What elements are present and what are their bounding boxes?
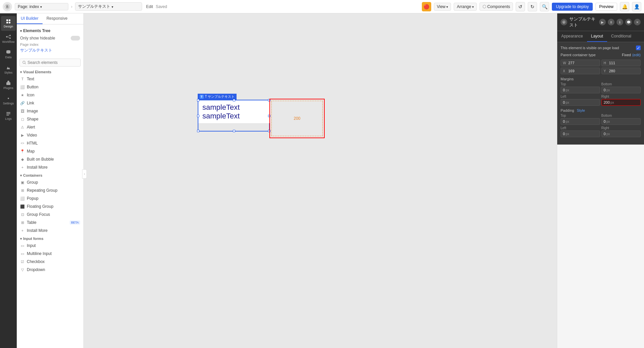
left-margin-input[interactable]: 0 px [561,99,600,106]
visual-elements-header[interactable]: Visual Elements [17,68,83,75]
tab-layout[interactable]: Layout [587,31,607,42]
workflow-label: Workflow [2,40,15,44]
sidebar-item-settings[interactable]: Settings [1,93,16,108]
element-floating-group[interactable]: ⬛ Floating Group [17,202,83,210]
link-icon: 🔗 [20,101,25,105]
y-label: Y [604,69,608,73]
padding-right-label: Right [601,126,641,130]
sidebar-item-data[interactable]: Data [1,47,16,62]
resize-bc[interactable] [233,130,235,132]
bubble-icon-btn[interactable]: 🔴 [422,2,431,11]
element-map[interactable]: 📍 Map [17,147,83,155]
resize-tc[interactable] [233,99,235,101]
element-text[interactable]: T Text [17,75,83,83]
sidebar-item-design[interactable]: Design [1,16,16,31]
element-icon[interactable]: ★ Icon [17,91,83,99]
close-icon-btn[interactable]: ✕ [634,19,641,25]
sidebar-item-plugins[interactable]: Plugins [1,78,16,92]
tab-conditional[interactable]: Conditional [607,31,635,42]
element-link[interactable]: 🔗 Link [17,99,83,107]
margins-section: Margins Top 0 px Bottom 0 px [561,77,641,106]
view-btn[interactable]: View [434,3,451,11]
input-icon: ▭ [20,243,25,248]
element-built-on-bubble[interactable]: ◆ Built on Bubble [17,155,83,163]
padding-top-input[interactable]: 0 px [561,118,600,125]
redo-btn[interactable]: ↻ [528,2,537,11]
panel-collapse-btn[interactable]: ‹ [82,169,87,179]
tab-appearance[interactable]: Appearance [557,31,587,42]
only-show-toggle[interactable] [71,36,80,40]
element-button[interactable]: ⬜ Button [17,83,83,91]
element-input[interactable]: ▭ Input [17,242,83,250]
chat-icon-btn[interactable]: 💬 [625,19,632,25]
search-input[interactable] [27,60,78,65]
y-field[interactable]: Y 280 [601,68,641,74]
svg-text:B: B [6,5,8,9]
resize-bl[interactable] [197,130,199,132]
element-shape[interactable]: ◻ Shape [17,115,83,123]
prop-panel: i サンプルテキスト ▶ ⏸ ℹ 💬 ✕ Appearance Layout C… [557,13,644,145]
user-avatar[interactable]: 👤 [632,2,641,11]
selected-text-element[interactable]: T T サンプルテキスト sampleText sampleText [198,100,270,132]
bottom-margin-input[interactable]: 0 px [601,87,641,93]
upgrade-btn[interactable]: Upgrade to deploy [552,3,593,11]
x-field[interactable]: X 169 [561,68,600,74]
components-btn[interactable]: ⬡ Components [479,2,513,11]
padding-left-input[interactable]: 0 px [561,130,600,137]
element-alert[interactable]: ⚠ Alert [17,123,83,131]
preview-btn[interactable]: Preview [595,3,617,11]
top-margin-input[interactable]: 0 px [561,87,600,93]
width-field[interactable]: W 277 [561,60,600,66]
notifications-btn[interactable]: 🔔 [620,2,629,11]
element-image[interactable]: 🖼 Image [17,107,83,115]
element-video[interactable]: ▶ Video [17,131,83,139]
element-html[interactable]: <> HTML [17,139,83,147]
text-icon: T [20,77,25,81]
resize-ml[interactable] [197,115,199,117]
element-table[interactable]: ⊞ Table BETA [17,219,83,227]
element-multiline-input[interactable]: ▭ Multiline Input [17,250,83,258]
tab-responsive[interactable]: Responsive [43,13,72,24]
element-selector[interactable]: サンプルテキスト [75,2,142,11]
element-popup[interactable]: ⬜ Popup [17,194,83,202]
elements-tree-header[interactable]: Elements Tree [17,27,83,34]
page-name[interactable]: サンプルテキスト [17,47,83,55]
pause-icon-btn[interactable]: ⏸ [608,19,615,25]
only-show-row: Only show hideable [17,34,83,42]
play-icon-btn[interactable]: ▶ [599,19,606,25]
search-box[interactable] [19,59,81,67]
right-label: Right [601,95,641,98]
sidebar-item-logs[interactable]: Logs [1,108,16,123]
arrange-btn[interactable]: Arrange [454,3,477,11]
multiline-input-icon: ▭ [20,251,25,256]
input-forms-header[interactable]: Input forms [17,235,83,242]
table-beta-badge: BETA [70,221,80,225]
canvas[interactable]: T T サンプルテキスト sampleText sampleText 200 [84,13,557,348]
element-group[interactable]: ▣ Group [17,178,83,186]
element-dropdown[interactable]: ▽ Dropdown [17,266,83,274]
undo-btn[interactable]: ↺ [516,2,525,11]
info-icon-btn[interactable]: ℹ [617,19,623,25]
element-install-more-containers[interactable]: + Install More [17,227,83,235]
parent-container-edit[interactable]: (edit) [632,53,641,57]
element-repeating-group[interactable]: ⊞ Repeating Group [17,186,83,194]
sidebar-item-styles[interactable]: Styles [1,62,16,77]
right-margin-input[interactable]: 200 px [601,99,641,106]
elements-panel: UI Builder Responsive Elements Tree Only… [17,13,84,348]
search-btn[interactable]: 🔍 [540,2,549,11]
page-selector[interactable]: Page: index [15,3,68,10]
element-install-more-visual[interactable]: + Install More [17,163,83,171]
prop-panel-info-icon[interactable]: i [561,19,567,25]
element-group-focus[interactable]: ⊡ Group Focus [17,210,83,219]
visible-on-load-checkbox[interactable]: ✓ [636,46,641,50]
padding-style-link[interactable]: Style [577,108,585,112]
sidebar-item-workflow[interactable]: Workflow [1,31,16,46]
padding-right-input[interactable]: 0 px [601,130,641,137]
element-checkbox[interactable]: ☑ Checkbox [17,258,83,266]
prop-body: This element is visible on page load ✓ P… [557,42,644,145]
resize-tl[interactable] [197,99,199,101]
height-field[interactable]: H 111 [601,60,641,66]
containers-header[interactable]: Containers [17,171,83,178]
tab-ui-builder[interactable]: UI Builder [17,13,43,24]
padding-bottom-input[interactable]: 0 px [601,118,641,125]
